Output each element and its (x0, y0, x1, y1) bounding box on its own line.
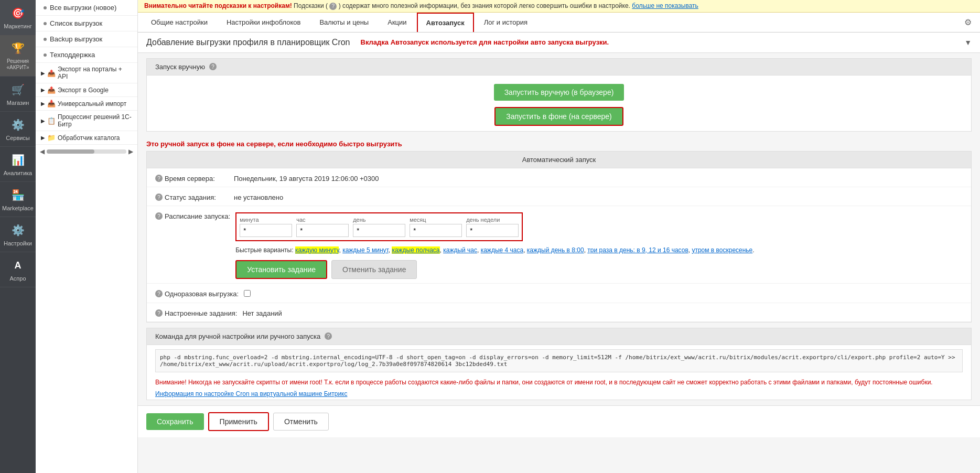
btn-set-task[interactable]: Установить задание (235, 260, 327, 279)
shop-icon: 🛒 (10, 82, 26, 98)
bullet-icon (44, 38, 47, 41)
expand-arrow[interactable]: ▶ (128, 148, 133, 155)
bullet-icon (44, 53, 47, 57)
left-nav-item-all-exports[interactable]: Все выгрузки (новое) (36, 0, 137, 16)
arrow-icon: ▶ (41, 87, 45, 93)
quick-link-sunday-morning[interactable]: утром в воскресенье (692, 246, 752, 254)
schedule-day-label: день (353, 217, 405, 223)
schedule-hour-input[interactable] (296, 224, 349, 237)
server-time-row: ? Время сервера: Понедельник, 19 августа… (147, 168, 971, 187)
bullet-icon (44, 22, 47, 25)
one-time-checkbox-container (244, 288, 963, 298)
quick-link-every-4hours[interactable]: каждые 4 часа (481, 246, 523, 254)
quick-link-daily-8[interactable]: каждый день в 8:00 (527, 246, 584, 254)
manual-launch-section: Запуск вручную ? Запустить вручную (в бр… (146, 58, 972, 132)
tab-currencies[interactable]: Валюты и цены (310, 13, 378, 32)
left-nav-group-processing[interactable]: ▶ 📋 Процессинг решений 1С-Битр (36, 111, 137, 131)
schedule-hour-label: час (296, 217, 349, 223)
schedule-field-weekday: день недели (466, 217, 519, 237)
quick-link-every-5min[interactable]: каждые 5 минут (342, 246, 389, 254)
btn-launch-browser[interactable]: Запустить вручную (в браузере) (494, 84, 624, 101)
manual-launch-header: Запуск вручную ? (147, 59, 971, 76)
quick-link-every-hour[interactable]: каждый час (443, 246, 477, 254)
task-status-row: ? Статус задания: не установлено (147, 187, 971, 206)
red-note-manual: Это ручной запуск в фоне на сервере, есл… (138, 137, 980, 151)
schedule-help-icon[interactable]: ? (155, 212, 163, 220)
left-nav: Все выгрузки (новое) Список выгрузок Bac… (36, 0, 138, 473)
services-icon: ⚙️ (10, 117, 26, 133)
quick-link-every-halfhour[interactable]: каждые полчаса (392, 246, 439, 254)
sidebar-item-marketplace[interactable]: 🏪 Marketplace (0, 182, 36, 217)
sidebar-item-solutions[interactable]: 🏆 Решения«АКРИТ» (0, 35, 36, 77)
alert-bar: Внимательно читайте подсказки к настройк… (138, 0, 980, 13)
tab-settings-icon[interactable]: ⚙ (960, 13, 976, 31)
btn-cancel-task[interactable]: Отменить задание (331, 260, 417, 279)
sidebar-item-marketing[interactable]: 🎯 Маркетинг (0, 0, 36, 35)
alert-detail: Подсказки ( (294, 2, 328, 9)
warning-text: Внимание! Никогда не запускайте скрипты … (147, 377, 971, 388)
schedule-weekday-input[interactable] (466, 224, 519, 237)
one-time-checkbox[interactable] (244, 290, 251, 297)
schedule-minute-input[interactable] (240, 224, 292, 237)
solutions-icon: 🏆 (10, 40, 26, 56)
command-help-icon[interactable]: ? (325, 332, 332, 340)
tab-log[interactable]: Лог и история (475, 13, 536, 32)
command-text: php -d mbstring.func_overload=2 -d mbstr… (155, 349, 963, 372)
server-time-label: ? Время сервера: (155, 173, 229, 182)
tab-autostart[interactable]: Автозапуск (417, 13, 474, 32)
btn-launch-server[interactable]: Запустить в фоне (на сервере) (494, 107, 623, 126)
custom-tasks-help-icon[interactable]: ? (155, 309, 163, 317)
one-time-label: ? Одноразовая выгрузка: (155, 288, 239, 298)
alert-dismiss-link[interactable]: больше не показывать (632, 2, 698, 9)
left-nav-group-export-google[interactable]: ▶ 📤 Экспорт в Google (36, 83, 137, 97)
tab-actions[interactable]: Акции (379, 13, 415, 32)
quick-link-3times[interactable]: три раза в день: в 9, 12 и 16 часов (587, 246, 688, 254)
schedule-day-input[interactable] (353, 224, 405, 237)
content-area: Запуск вручную ? Запустить вручную (в бр… (138, 53, 980, 474)
custom-tasks-label: ? Настроенные задания: (155, 307, 237, 317)
schedule-field-day: день (353, 217, 405, 237)
schedule-label: ? Расписание запуска: (155, 210, 230, 220)
quick-link-every-minute[interactable]: каждую минуту (295, 246, 339, 254)
left-nav-group-import[interactable]: ▶ 📥 Универсальный импорт (36, 97, 137, 111)
one-time-help-icon[interactable]: ? (155, 290, 163, 297)
btn-cancel-bottom[interactable]: Отменить (273, 413, 329, 431)
nav-icon: 📤 (47, 69, 56, 77)
sidebar-item-shop[interactable]: 🛒 Магазин (0, 77, 36, 112)
info-link[interactable]: Информация по настройке Cron на виртуаль… (147, 388, 971, 400)
help-icon-inline: ? (329, 3, 337, 10)
collapse-arrow[interactable]: ◀ (40, 148, 45, 155)
left-nav-item-backup[interactable]: Backup выгрузок (36, 31, 137, 47)
left-nav-group-catalog[interactable]: ▶ 📁 Обработчик каталога (36, 131, 137, 145)
sidebar-item-aspro[interactable]: A Аспро (0, 252, 36, 287)
alert-detail2: ) содержат много полезной информации, бе… (339, 2, 630, 9)
tab-general[interactable]: Общие настройки (142, 13, 217, 32)
btn-apply[interactable]: Применить (208, 412, 269, 431)
sidebar-item-services[interactable]: ⚙️ Сервисы (0, 112, 36, 147)
page-title: Добавление выгрузки профиля в планировщи… (146, 38, 350, 47)
left-nav-group-export-portals[interactable]: ▶ 📤 Экспорт на порталы + API (36, 63, 137, 83)
schedule-month-label: месяц (410, 217, 462, 223)
manual-help-icon[interactable]: ? (209, 63, 217, 70)
quick-label: Быстрые варианты: (235, 246, 293, 254)
btn-save[interactable]: Сохранить (146, 413, 204, 430)
marketing-icon: 🎯 (10, 5, 26, 21)
schedule-month-input[interactable] (410, 224, 462, 237)
left-nav-item-support[interactable]: Техподдержка (36, 47, 137, 63)
aspro-icon: A (10, 257, 26, 273)
analytics-icon: 📊 (10, 152, 26, 168)
bottom-buttons: Сохранить Применить Отменить (138, 405, 980, 437)
auto-schedule-header: Автоматический запуск (147, 152, 971, 168)
page-collapse-chevron[interactable]: ▼ (964, 38, 972, 47)
task-status-help-icon[interactable]: ? (155, 194, 163, 201)
sidebar-item-settings[interactable]: ⚙️ Настройки (0, 217, 36, 252)
task-status-label: ? Статус задания: (155, 191, 229, 201)
sidebar-item-analytics[interactable]: 📊 Аналитика (0, 147, 36, 182)
server-time-help-icon[interactable]: ? (155, 175, 163, 182)
task-status-value: не установлено (234, 191, 963, 201)
left-nav-item-export-list[interactable]: Список выгрузок (36, 16, 137, 31)
tab-infoblocks[interactable]: Настройки инфоблоков (218, 13, 310, 32)
arrow-icon: ▶ (41, 101, 45, 106)
launch-buttons: Запустить вручную (в браузере) Запустить… (147, 76, 971, 131)
custom-tasks-value: Нет заданий (242, 307, 963, 317)
